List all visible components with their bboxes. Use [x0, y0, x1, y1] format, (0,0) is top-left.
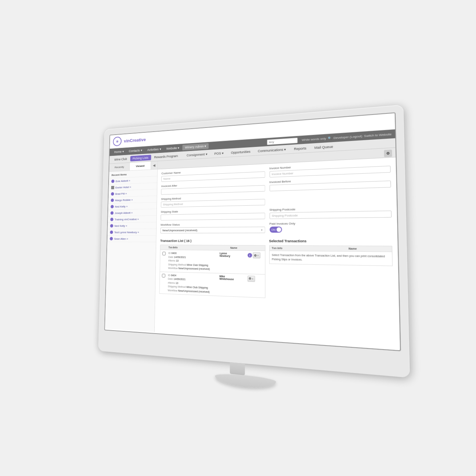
title-plain: vin	[124, 138, 130, 143]
txn-checkbox-2[interactable]	[162, 273, 167, 278]
toggle-on-label: ON	[271, 228, 276, 231]
nav-activities[interactable]: Activities ▾	[145, 146, 164, 153]
subnav-opportunities[interactable]: Opportunities	[228, 148, 253, 156]
form-row-workflow: Workflow Status New/Unprocessed (receive…	[160, 221, 392, 234]
txn-name-cell-1: Lynne Newbury	[219, 252, 246, 258]
person-icon	[110, 218, 113, 221]
nav-home[interactable]: Home ▾	[112, 149, 126, 155]
person-icon	[110, 237, 113, 240]
subnav-reports[interactable]: Reports	[291, 145, 310, 152]
content-area: ⚙ Customer Name Invoice Number	[155, 148, 400, 349]
txn-col-name-header: Name	[230, 247, 263, 250]
selected-transactions-title: Selected Transactions	[269, 239, 392, 243]
person-icon	[110, 231, 113, 234]
subnav-communications[interactable]: Communications ▾	[255, 146, 289, 154]
search-icon[interactable]: 🔍	[328, 136, 332, 140]
form-area: Customer Name Invoice Number Invoi	[156, 157, 398, 239]
paid-invoices-toggle[interactable]: ON	[269, 226, 282, 233]
sidebar-item-training-vincreative[interactable]: Training vinCreative »	[108, 216, 157, 223]
logo-icon: ❋	[116, 139, 119, 143]
form-group-shipping-postcode: Shipping Postcode	[269, 206, 392, 219]
transaction-section: Transaction List ( 16 ) Txn Info Name	[155, 239, 399, 309]
gear-action-btn-1[interactable]: ⚙	[253, 252, 260, 258]
subnav-rewards-program[interactable]: Rewards Program	[152, 153, 181, 160]
txn-name-cell-2: Mike Whitehouse	[219, 275, 246, 281]
date-label-2: Date	[168, 277, 173, 280]
txn-list: Transaction List ( 16 ) Txn Info Name	[159, 239, 265, 298]
txn-actions-1: i ⚙	[247, 252, 263, 258]
person-icon	[111, 199, 114, 202]
sidebar-item-label: Sean Allen »	[114, 237, 128, 240]
form-group-shipping-method: Shipping Method	[161, 194, 265, 208]
sidebar-item-ned-kelly-2[interactable]: Ned Kelly »	[107, 222, 156, 229]
nav-contacts[interactable]: Contacts ▾	[126, 147, 144, 154]
sidebar-item-label: Margo Robbie »	[115, 198, 133, 202]
nav-winery-admin[interactable]: Winery Admin ▾	[183, 143, 209, 151]
selected-transactions: Selected Transactions Txn Info Name Sele…	[269, 239, 393, 303]
transaction-list-title: Transaction List ( 16 )	[160, 239, 265, 243]
workflow-status-select[interactable]: New/Unprocessed (received)	[160, 227, 265, 234]
sidebar-tab-recently[interactable]: Recently	[109, 163, 130, 172]
txn-col-checkbox	[163, 246, 167, 249]
shipping-state-input[interactable]: QLD	[161, 213, 265, 221]
person-icon	[110, 211, 113, 215]
txn-actions-2: ⚙	[247, 276, 263, 282]
nav-search-area	[267, 137, 298, 145]
subnav-wine-club[interactable]: Wine Club	[112, 156, 130, 162]
person-icon	[111, 192, 114, 196]
txn-checkbox-input-2[interactable]	[162, 274, 165, 277]
sidebar-item-test-lynne[interactable]: Test Lynne Newbury »	[107, 229, 156, 236]
workflow-status-select-wrapper: New/Unprocessed (received)	[160, 227, 265, 234]
sidebar-tab-viewed[interactable]: Viewed	[130, 161, 151, 170]
form-group-workflow-status: Workflow Status New/Unprocessed (receive…	[160, 222, 265, 233]
user-label[interactable]: Developer (Logout)	[334, 134, 362, 139]
txn-col-info-header: Txn Info	[168, 246, 229, 249]
shipping-label-1: Shipping Method	[168, 263, 186, 266]
transaction-layout: Transaction List ( 16 ) Txn Info Name	[159, 239, 393, 303]
selected-txn-description: Select Transaction from the above Transa…	[272, 253, 389, 263]
table-row: ID 6400 Date 14/09/2021 #I	[160, 250, 265, 274]
sidebar-item-joseph-abbott[interactable]: Joseph Abbott »	[108, 209, 157, 216]
subnav-picking-lists[interactable]: Picking Lists	[130, 155, 151, 161]
id-label-2: ID	[168, 274, 170, 276]
form-group-invoiced-after: Invoiced After 04/05/2021	[161, 181, 265, 195]
person-icon	[110, 224, 113, 228]
nav-search-input[interactable]	[267, 137, 298, 145]
toolbar-gear-btn[interactable]: ⚙	[384, 149, 392, 157]
form-group-customer-name: Customer Name	[161, 167, 265, 182]
txn-checkbox-input-1[interactable]	[162, 252, 165, 255]
txn-id-1: 6400	[171, 252, 177, 254]
app-title: vinCreative	[124, 137, 146, 144]
shipping-label-2: Shipping Method	[168, 285, 186, 289]
paid-invoices-label: Paid Invoices Only	[269, 221, 392, 226]
workflow-status-label: Workflow Status	[161, 222, 265, 226]
person-icon	[111, 180, 114, 183]
logo: ❋	[113, 136, 122, 146]
main-layout: Recently Viewed ◀ Recent Items Evie Abbo…	[105, 148, 400, 349]
subnav-pos[interactable]: POS ▾	[212, 150, 227, 157]
sidebar-item-label: Brad Pitt »	[115, 192, 127, 195]
workflow-label-1: Workflow	[168, 267, 178, 269]
sidebar-item-label: Training vinCreative »	[115, 218, 139, 221]
sidebar-item-sean-allen[interactable]: Sean Allen »	[107, 235, 156, 242]
sidebar-item-label: Joseph Abbott »	[115, 211, 133, 215]
nav-website[interactable]: Website ▾	[164, 145, 182, 152]
txn-info-cell-2: ID 6404 Date 14/09/2021 #I	[168, 273, 218, 294]
shipping-postcode-input[interactable]	[269, 210, 392, 219]
subnav-mail-queue[interactable]: Mail Queue	[311, 143, 337, 151]
form-group-invoice-number: Invoice Number	[269, 161, 390, 178]
subnav-consignment[interactable]: Consignment ▾	[184, 151, 210, 158]
sidebar-item-label: Evie Abbott »	[116, 179, 130, 183]
info-btn-1[interactable]: i	[247, 253, 252, 257]
txn-checkbox-1[interactable]	[162, 251, 167, 256]
workflow-label-2: Workflow	[168, 289, 177, 292]
selected-col-info: Txn Info	[272, 247, 347, 250]
screen: ❋ vinCreative Home ▾ Contacts ▾ Activiti…	[104, 112, 401, 351]
sidebar-item-label: Exeter Hotel »	[115, 185, 131, 189]
sidebar-collapse-btn[interactable]: ◀	[151, 161, 158, 169]
form-group-invoiced-before: Invoiced Before 13/08/2021	[269, 176, 391, 192]
monitor-stand	[215, 361, 260, 393]
toggle-wrapper: ON	[269, 226, 392, 233]
switch-label[interactable]: Switch to Website	[364, 132, 392, 138]
gear-action-btn-2[interactable]: ⚙	[247, 276, 255, 282]
